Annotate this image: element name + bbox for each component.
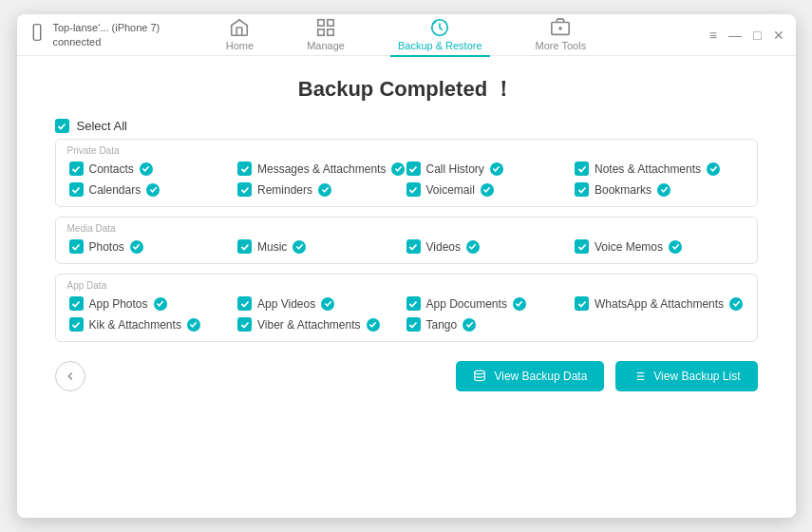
item-checkbox[interactable]: [237, 296, 252, 311]
list-item: Contacts: [69, 162, 238, 176]
list-item: App Photos: [69, 296, 238, 311]
item-check-circle: [321, 297, 334, 311]
item-check-circle: [318, 183, 331, 197]
item-label: Tango: [426, 318, 458, 332]
view-backup-data-label: View Backup Data: [494, 370, 587, 383]
item-checkbox[interactable]: [69, 239, 84, 254]
item-check-circle: [130, 240, 143, 254]
device-name: Top-lanse'... (iPhone 7): [53, 21, 161, 34]
sections-container: Private DataContactsMessages & Attachmen…: [55, 139, 758, 352]
item-label: Voice Memos: [595, 240, 663, 254]
item-checkbox[interactable]: [406, 162, 421, 176]
item-label: Videos: [426, 240, 461, 254]
item-label: Reminders: [257, 183, 312, 197]
item-checkbox[interactable]: [406, 296, 421, 311]
item-check-circle: [463, 318, 476, 332]
item-label: Viber & Attachments: [257, 318, 361, 332]
item-check-circle: [187, 318, 200, 332]
nav-more-tools-label: More Tools: [536, 40, 587, 51]
item-label: Notes & Attachments: [595, 162, 701, 176]
item-check-circle: [513, 297, 526, 311]
select-all-checkbox[interactable]: [55, 119, 69, 133]
item-checkbox[interactable]: [406, 317, 421, 332]
maximize-icon[interactable]: □: [753, 28, 761, 42]
item-checkbox[interactable]: [575, 182, 589, 197]
view-backup-data-button[interactable]: View Backup Data: [456, 361, 604, 391]
list-item: Messages & Attachments: [237, 162, 406, 176]
item-checkbox[interactable]: [237, 317, 252, 332]
minimize-icon[interactable]: —: [728, 28, 742, 42]
item-check-circle: [154, 297, 167, 311]
list-item: Music: [237, 239, 406, 254]
list-item: Calendars: [69, 182, 238, 197]
item-label: Messages & Attachments: [257, 162, 386, 176]
nav-more-tools[interactable]: More Tools: [528, 14, 595, 57]
svg-rect-5: [328, 28, 333, 34]
item-label: Kik & Attachments: [89, 318, 181, 332]
section-grid-app-data: App PhotosApp VideosApp DocumentsWhatsAp…: [69, 296, 744, 332]
item-checkbox[interactable]: [575, 239, 589, 254]
item-label: WhatsApp & Attachments: [595, 297, 724, 311]
svg-rect-2: [318, 19, 324, 25]
item-check-circle: [466, 240, 480, 254]
item-check-circle: [367, 318, 380, 332]
item-check-circle: [669, 240, 682, 254]
item-check-circle: [293, 240, 306, 254]
main-nav: Home Manage Backup & Restore More Tools: [217, 14, 595, 57]
item-label: Photos: [89, 240, 124, 254]
close-icon[interactable]: ✕: [773, 28, 784, 42]
item-label: Contacts: [89, 162, 134, 176]
item-checkbox[interactable]: [575, 162, 589, 176]
item-checkbox[interactable]: [237, 162, 252, 176]
section-private-data: Private DataContactsMessages & Attachmen…: [55, 139, 758, 207]
list-item: Kik & Attachments: [69, 317, 238, 332]
view-backup-list-button[interactable]: View Backup List: [615, 361, 757, 391]
section-app-data: App DataApp PhotosApp VideosApp Document…: [55, 274, 758, 342]
item-checkbox[interactable]: [69, 162, 84, 176]
list-item: Bookmarks: [575, 182, 744, 197]
footer: View Backup Data View Backup List: [55, 352, 758, 395]
nav-manage[interactable]: Manage: [299, 14, 352, 57]
item-checkbox[interactable]: [237, 239, 252, 254]
list-item: App Documents: [406, 296, 576, 311]
item-checkbox[interactable]: [406, 239, 421, 254]
item-checkbox[interactable]: [69, 182, 84, 197]
page-title: Backup Completed ！: [55, 75, 758, 104]
item-check-circle: [490, 162, 503, 176]
select-all-row: Select All: [55, 119, 758, 133]
item-check-circle: [391, 162, 405, 176]
item-check-circle: [657, 183, 670, 197]
device-status: connected: [53, 35, 161, 48]
section-label-media-data: Media Data: [67, 223, 744, 234]
titlebar: Top-lanse'... (iPhone 7) connected Home …: [17, 14, 796, 56]
menu-icon[interactable]: ≡: [709, 28, 717, 42]
item-label: Bookmarks: [595, 183, 651, 197]
device-info: Top-lanse'... (iPhone 7) connected: [28, 21, 217, 48]
section-media-data: Media DataPhotosMusicVideosVoice Memos: [55, 217, 758, 264]
list-item: Tango: [406, 317, 576, 332]
nav-home[interactable]: Home: [218, 14, 261, 57]
main-content: Backup Completed ！ Select All Private Da…: [17, 56, 796, 518]
footer-buttons: View Backup Data View Backup List: [456, 361, 757, 391]
item-check-circle: [481, 183, 494, 197]
item-checkbox[interactable]: [575, 296, 589, 311]
item-checkbox[interactable]: [69, 296, 84, 311]
list-item: Viber & Attachments: [237, 317, 406, 332]
nav-backup-restore[interactable]: Backup & Restore: [390, 14, 490, 57]
item-label: App Photos: [89, 297, 148, 311]
app-window: Top-lanse'... (iPhone 7) connected Home …: [17, 14, 796, 518]
list-item: Reminders: [237, 182, 406, 197]
item-checkbox[interactable]: [237, 182, 252, 197]
item-label: Voicemail: [426, 183, 475, 197]
item-checkbox[interactable]: [69, 317, 84, 332]
list-item: Call History: [406, 162, 576, 176]
list-item: Videos: [406, 239, 576, 254]
section-grid-private-data: ContactsMessages & AttachmentsCall Histo…: [69, 162, 744, 197]
item-checkbox[interactable]: [406, 182, 421, 197]
item-label: Music: [257, 240, 287, 254]
section-label-app-data: App Data: [67, 280, 744, 291]
phone-icon: [28, 24, 46, 46]
list-item: WhatsApp & Attachments: [575, 296, 744, 311]
nav-manage-label: Manage: [307, 40, 345, 51]
back-button[interactable]: [55, 361, 85, 391]
